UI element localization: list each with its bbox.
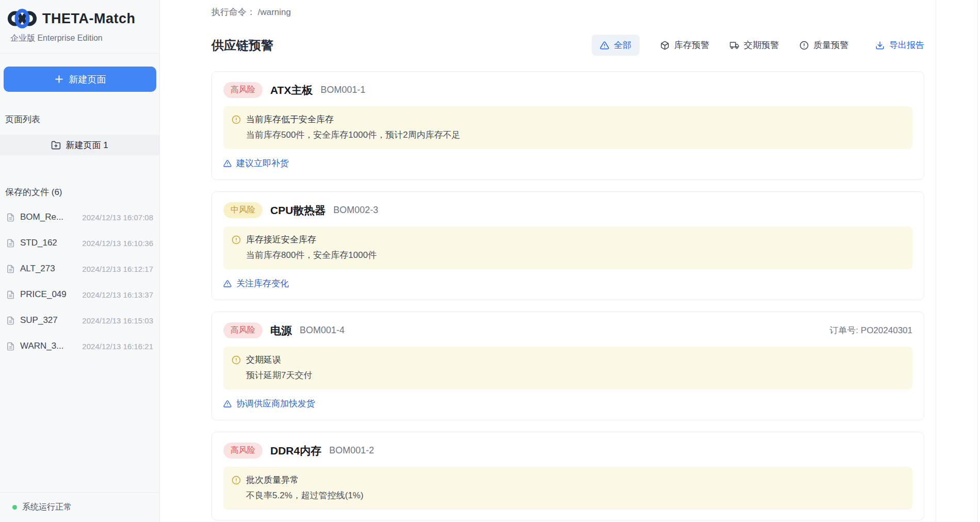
package-icon [660, 41, 669, 50]
tab-label: 全部 [614, 39, 631, 51]
warning-card: 高风险 ATX主板 BOM001-1 当前库存低于安全库存 当前库存500件，安… [211, 71, 924, 180]
warning-title: 库存接近安全库存 [246, 234, 316, 246]
warning-message-box: 当前库存低于安全库存 当前库存500件，安全库存1000件，预计2周内库存不足 [223, 106, 912, 149]
tab-delivery-warning[interactable]: 交期预警 [730, 39, 779, 51]
file-name: BOM_Re... [20, 212, 63, 222]
export-report-label: 导出报告 [889, 39, 924, 51]
page-title: 供应链预警 [211, 37, 273, 54]
sidebar: THETA-Match 企业版 Enterprise Edition 新建页面 … [0, 0, 160, 522]
warning-circle-icon [232, 115, 241, 124]
tab-quality-warning[interactable]: 质量预警 [799, 39, 848, 51]
warning-triangle-icon [223, 400, 232, 408]
saved-files-list: BOM_Re... 2024/12/13 16:07:08 STD_162 20… [0, 204, 159, 359]
file-row[interactable]: WARN_3... 2024/12/13 16:16:21 [0, 333, 159, 359]
risk-badge: 高风险 [223, 82, 263, 98]
component-name: 电源 [270, 323, 292, 338]
page-header: 供应链预警 全部 库存预警 交期预警 质量预警 [211, 35, 924, 56]
suggestion-link[interactable]: 关注库存变化 [223, 278, 289, 289]
warning-triangle-icon [223, 280, 232, 288]
file-row[interactable]: ALT_273 2024/12/13 16:12:17 [0, 256, 159, 282]
file-row[interactable]: SUP_327 2024/12/13 16:15:03 [0, 307, 159, 333]
app-window: THETA-Match 企业版 Enterprise Edition 新建页面 … [0, 0, 980, 522]
suggestion-label: 关注库存变化 [236, 278, 289, 289]
document-icon [6, 213, 15, 222]
brand-header: THETA-Match 企业版 Enterprise Edition [0, 0, 159, 54]
warning-message-box: 交期延误 预计延期7天交付 [223, 347, 912, 389]
document-icon [6, 342, 15, 351]
component-name: DDR4内存 [270, 444, 321, 458]
document-icon [6, 316, 15, 325]
card-header: 高风险 ATX主板 BOM001-1 [223, 82, 912, 98]
warning-filter-tabs: 全部 库存预警 交期预警 质量预警 导出报告 [592, 35, 924, 56]
warning-description: 不良率5.2%，超过管控线(1%) [246, 490, 904, 501]
alert-circle-icon [799, 41, 809, 50]
warning-circle-icon [232, 355, 241, 365]
tab-all[interactable]: 全部 [592, 35, 640, 56]
main-panel: 执行命令： /warning 供应链预警 全部 库存预警 交期预警 [160, 0, 936, 522]
suggestion-link[interactable]: 建议立即补货 [223, 157, 289, 169]
new-page-button-label: 新建页面 [69, 73, 106, 86]
plus-icon [54, 74, 64, 84]
file-row[interactable]: STD_162 2024/12/13 16:10:36 [0, 230, 159, 256]
export-report-button[interactable]: 导出报告 [875, 39, 924, 51]
saved-files-label: 保存的文件 (6) [0, 186, 159, 198]
file-timestamp: 2024/12/13 16:16:21 [82, 342, 153, 351]
warning-card: 高风险 DDR4内存 BOM001-2 批次质量异常 不良率5.2%，超过管控线… [211, 432, 924, 520]
page-item-label: 新建页面 1 [66, 139, 108, 151]
theta-match-logo-icon [7, 8, 37, 29]
brand-subtitle: 企业版 Enterprise Edition [10, 33, 149, 44]
system-status-text: 系统运行正常 [22, 502, 72, 513]
suggestion-label: 建议立即补货 [236, 157, 289, 169]
warning-title: 批次质量异常 [246, 474, 299, 486]
file-name: PRICE_049 [20, 289, 67, 300]
right-gutter [936, 0, 980, 522]
warning-triangle-icon [600, 41, 609, 50]
warning-description: 当前库存500件，安全库存1000件，预计2周内库存不足 [246, 129, 904, 141]
component-name: CPU散热器 [270, 203, 325, 218]
new-page-button[interactable]: 新建页面 [4, 67, 156, 92]
bom-code: BOM001-1 [320, 85, 365, 95]
risk-badge: 中风险 [223, 202, 263, 218]
suggestion-link[interactable]: 协调供应商加快发货 [223, 398, 315, 410]
component-name: ATX主板 [270, 83, 313, 97]
bom-code: BOM002-3 [333, 205, 378, 216]
warning-description: 当前库存800件，安全库存1000件 [246, 249, 904, 261]
file-row[interactable]: PRICE_049 2024/12/13 16:13:37 [0, 282, 159, 307]
system-status-bar: 系统运行正常 [0, 492, 159, 522]
suggestion-label: 协调供应商加快发货 [236, 398, 315, 410]
document-icon [6, 239, 15, 248]
file-name: WARN_3... [20, 341, 63, 351]
warning-title: 交期延误 [246, 354, 281, 366]
file-row[interactable]: BOM_Re... 2024/12/13 16:07:08 [0, 204, 159, 230]
tab-label: 质量预警 [813, 39, 848, 51]
warning-card-list: 高风险 ATX主板 BOM001-1 当前库存低于安全库存 当前库存500件，安… [211, 71, 924, 520]
tab-inventory-warning[interactable]: 库存预警 [660, 39, 709, 51]
file-timestamp: 2024/12/13 16:13:37 [82, 290, 153, 299]
file-name: STD_162 [20, 238, 57, 248]
status-dot-icon [12, 505, 17, 510]
file-timestamp: 2024/12/13 16:10:36 [82, 239, 153, 248]
brand-name: THETA-Match [42, 11, 136, 27]
order-number: 订单号: PO20240301 [829, 324, 912, 336]
risk-badge: 高风险 [223, 322, 263, 338]
warning-circle-icon [232, 235, 241, 244]
warning-message-box: 库存接近安全库存 当前库存800件，安全库存1000件 [223, 226, 912, 269]
card-header: 高风险 电源 BOM001-4 订单号: PO20240301 [223, 322, 912, 338]
risk-badge: 高风险 [223, 443, 263, 459]
file-name: ALT_273 [20, 264, 55, 274]
warning-title: 当前库存低于安全库存 [246, 113, 334, 125]
bom-code: BOM001-4 [300, 325, 345, 336]
executed-command-text: 执行命令： /warning [211, 6, 924, 18]
download-icon [875, 41, 885, 50]
sidebar-item-new-page-1[interactable]: 新建页面 1 [0, 135, 159, 155]
document-icon [6, 265, 15, 273]
warning-message-box: 批次质量异常 不良率5.2%，超过管控线(1%) [223, 467, 912, 510]
card-header: 高风险 DDR4内存 BOM001-2 [223, 443, 912, 459]
tab-label: 库存预警 [674, 39, 709, 51]
page-list-label: 页面列表 [0, 113, 159, 125]
file-timestamp: 2024/12/13 16:12:17 [82, 265, 153, 273]
file-timestamp: 2024/12/13 16:15:03 [82, 316, 153, 325]
folder-plus-icon [51, 140, 61, 150]
tab-label: 交期预警 [744, 39, 779, 51]
warning-card: 中风险 CPU散热器 BOM002-3 库存接近安全库存 当前库存800件，安全… [211, 191, 924, 300]
